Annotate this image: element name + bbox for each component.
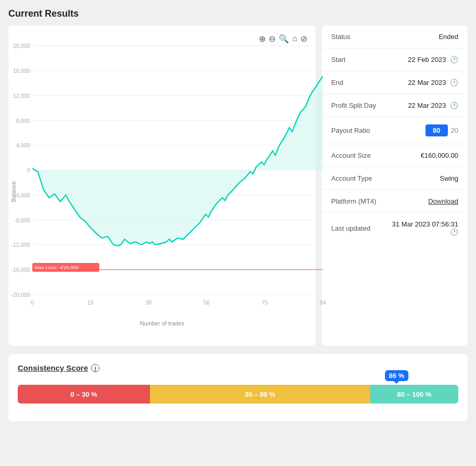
chart-container: Balance 20,000 16,000 12,000 [17,46,307,337]
top-section: ⊕ ⊖ 🔍 ⌂ ⊘ Balance 20,000 [8,26,468,346]
status-label: Status [331,33,378,41]
platform-row: Platform (MT4) Download [322,190,468,213]
consistency-info-icon[interactable]: i [91,364,99,372]
svg-text:19: 19 [87,299,94,306]
svg-text:Max Loss: -€16,000: Max Loss: -€16,000 [34,265,79,270]
payout-bar: 80 20 [425,124,458,136]
end-clock-icon: 🕐 [450,79,458,86]
profit-split-clock-icon: 🕐 [450,102,458,109]
start-row: Start 22 Feb 2023 🕐 [322,48,468,71]
start-clock-icon: 🕐 [450,56,458,64]
chart-card: ⊕ ⊖ 🔍 ⌂ ⊘ Balance 20,000 [8,26,316,346]
consistency-section: Consistency Score i 86 % 0 – 30 % 30 – 8… [8,354,468,421]
end-value: 22 Mar 2023 🕐 [408,79,458,86]
account-type-label: Account Type [331,174,378,182]
start-value: 22 Feb 2023 🕐 [408,56,458,64]
y-axis-label: Balance [10,181,17,202]
svg-text:0: 0 [27,167,30,173]
last-updated-label: Last updated [331,224,378,232]
magnify-icon[interactable]: 🔍 [279,34,289,44]
profit-split-row: Profit Split Day 22 Mar 2023 🕐 [322,94,468,117]
last-updated-clock-icon: 🕐 [392,228,458,236]
status-row: Status Ended [322,26,468,48]
last-updated-value: 31 Mar 2023 07:56:31 🕐 [392,220,458,236]
zoom-out-icon[interactable]: ⊖ [269,34,275,44]
segment-teal: 80 – 100 % [370,385,458,404]
svg-text:4,000: 4,000 [16,142,30,148]
svg-text:12,000: 12,000 [13,93,30,99]
account-size-row: Account Size €160,000.00 [322,144,468,167]
account-type-row: Account Type Swing [322,167,468,190]
payout-label: Payout Ratio [331,127,378,134]
platform-label: Platform (MT4) [331,197,378,205]
payout-blue-value: 80 [425,124,447,136]
zoom-in-icon[interactable]: ⊕ [259,34,266,44]
x-axis-label: Number of trades [17,320,307,326]
score-segments: 0 – 30 % 30 – 80 % 80 – 100 % [18,385,458,404]
account-type-value: Swing [440,174,458,182]
svg-text:38: 38 [145,299,152,306]
account-size-label: Account Size [331,152,378,159]
chart-toolbar: ⊕ ⊖ 🔍 ⌂ ⊘ [17,34,307,44]
payout-row: Payout Ratio 80 20 [322,117,468,144]
profit-split-value: 22 Mar 2023 🕐 [408,102,458,109]
home-icon[interactable]: ⌂ [292,34,297,44]
info-card: Status Ended Start 22 Feb 2023 🕐 End 22 … [322,26,468,346]
balance-chart: 20,000 16,000 12,000 8,000 4,000 0 -4,00… [32,46,323,317]
end-row: End 22 Mar 2023 🕐 [322,71,468,94]
segment-red: 0 – 30 % [18,385,150,404]
segment-yellow: 30 – 80 % [150,385,370,404]
page-title: Current Results [8,8,468,19]
svg-text:-16,000: -16,000 [11,267,30,273]
camera-icon[interactable]: ⊘ [300,34,307,44]
score-bar-wrapper: 86 % 0 – 30 % 30 – 80 % 80 – 100 % [18,385,458,404]
profit-split-label: Profit Split Day [331,102,378,109]
svg-text:-8,000: -8,000 [14,217,30,223]
svg-text:75: 75 [261,299,268,306]
svg-text:8,000: 8,000 [16,118,30,124]
svg-text:-20,000: -20,000 [11,292,30,298]
svg-text:0: 0 [31,299,34,306]
last-updated-row: Last updated 31 Mar 2023 07:56:31 🕐 [322,213,468,243]
svg-text:94: 94 [320,299,326,306]
start-label: Start [331,56,378,64]
score-indicator: 86 % [385,370,409,381]
svg-text:16,000: 16,000 [13,68,30,74]
svg-text:-12,000: -12,000 [11,242,30,248]
payout-grey-value: 20 [451,127,458,134]
end-label: End [331,79,378,86]
account-size-value: €160,000.00 [421,152,458,159]
svg-text:20,000: 20,000 [13,43,30,49]
svg-text:56: 56 [204,299,210,306]
download-link[interactable]: Download [428,197,458,205]
status-value: Ended [439,33,458,41]
